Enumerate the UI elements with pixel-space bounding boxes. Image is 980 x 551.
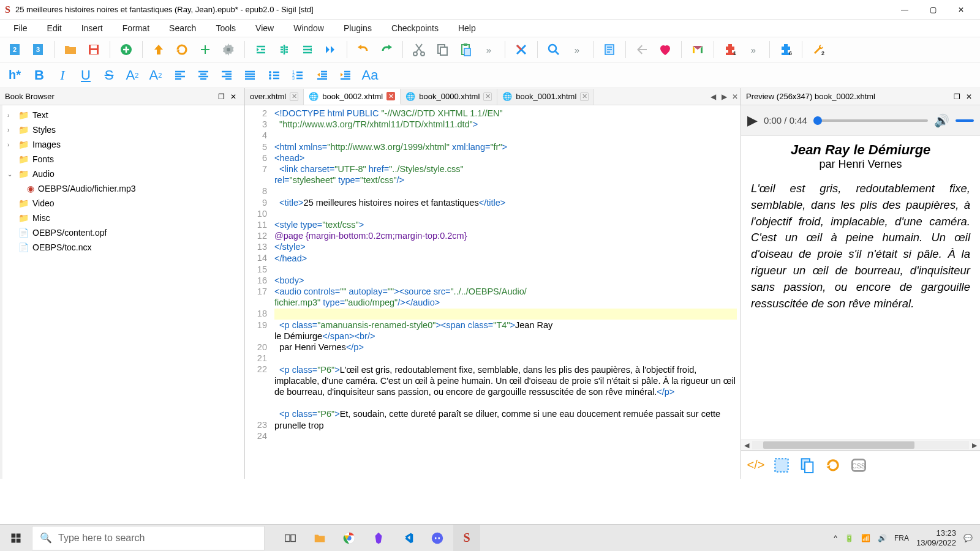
scroll-right-icon[interactable]: ▶ [969, 441, 980, 449]
align-right-button[interactable] [216, 64, 238, 86]
case-button[interactable]: Aa [359, 64, 381, 86]
sound-icon[interactable]: 🔊 [878, 534, 887, 542]
preview-hscroll[interactable]: ◀ ▶ [741, 440, 980, 451]
align-left-button[interactable] [169, 64, 191, 86]
obsidian-icon[interactable] [365, 525, 392, 552]
open-button[interactable] [59, 39, 81, 61]
code-body[interactable]: <!DOCTYPE html PUBLIC "-//W3C//DTD XHTML… [271, 105, 741, 479]
align-center-button[interactable] [192, 64, 214, 86]
menu-insert[interactable]: Insert [73, 21, 111, 36]
arrow-up-icon[interactable] [148, 39, 170, 61]
tree-item[interactable]: 📄OEBPS/toc.ncx [2, 240, 244, 255]
editor-tab[interactable]: 🌐book_0002.xhtml✕ [304, 89, 401, 105]
expand-icon[interactable]: ⌄ [7, 171, 15, 178]
reload-icon[interactable] [823, 455, 843, 475]
tree-item[interactable]: 📄OEBPS/content.opf [2, 225, 244, 240]
plus-icon[interactable] [194, 39, 216, 61]
refresh-icon[interactable] [171, 39, 193, 61]
strikethrough-button[interactable]: S [98, 64, 120, 86]
editor-tab[interactable]: 🌐book_0000.xhtml✕ [401, 89, 497, 105]
close-window-button[interactable]: ✕ [947, 0, 975, 20]
menu-checkpoints[interactable]: Checkpoints [383, 21, 447, 36]
editor-tab[interactable]: over.xhtml✕ [245, 89, 304, 105]
expand-icon[interactable]: › [7, 141, 15, 148]
heading-dropdown[interactable]: h* [4, 64, 26, 86]
menu-search[interactable]: Search [160, 21, 205, 36]
book-browser-tree[interactable]: ›📁Text›📁Styles›📁Images📁Fonts⌄📁Audio◉OEBP… [0, 105, 244, 479]
play-icon[interactable]: ▶ [747, 113, 758, 129]
tree-item[interactable]: ›📁Images [2, 137, 244, 152]
tab-close-icon[interactable]: ✕ [580, 92, 589, 101]
tray-chevron-icon[interactable]: ^ [834, 534, 837, 542]
menu-file[interactable]: File [5, 21, 36, 36]
close-preview-icon[interactable]: ✕ [963, 91, 975, 103]
epub3-button[interactable]: 3 [27, 39, 49, 61]
indent-left-icon[interactable] [250, 39, 272, 61]
fast-forward-icon[interactable] [320, 39, 342, 61]
italic-button[interactable]: I [51, 64, 74, 86]
split-icon[interactable] [273, 39, 295, 61]
file-explorer-icon[interactable] [306, 525, 333, 552]
align-justify-button[interactable] [239, 64, 261, 86]
notifications-icon[interactable]: 💬 [963, 534, 973, 542]
start-button[interactable] [0, 525, 32, 552]
back-arrow-icon[interactable] [631, 39, 653, 61]
minimize-button[interactable]: — [891, 0, 919, 20]
heart-icon[interactable] [654, 39, 676, 61]
vscode-icon[interactable] [394, 525, 421, 552]
maximize-button[interactable]: ▢ [919, 0, 947, 20]
overflow-icon-2[interactable]: » [566, 39, 588, 61]
redo-icon[interactable] [375, 39, 398, 61]
save-button[interactable] [83, 39, 105, 61]
expand-icon[interactable]: › [7, 127, 15, 133]
undo-icon[interactable] [352, 39, 374, 61]
close-panel-icon[interactable]: ✕ [227, 91, 239, 103]
tree-item[interactable]: ◉OEBPS/Audio/fichier.mp3 [2, 181, 244, 196]
css-icon[interactable]: CSS [849, 455, 869, 475]
chrome-icon[interactable] [336, 525, 363, 552]
battery-icon[interactable]: 🔋 [845, 534, 854, 542]
audio-player[interactable]: ▶ 0:00 / 0:44 🔊 [741, 105, 980, 136]
taskbar-search[interactable]: 🔍 Type here to search [32, 526, 265, 550]
overflow-icon-3[interactable]: » [742, 39, 764, 61]
tab-close-all[interactable]: ✕ [729, 89, 741, 105]
task-view-icon[interactable] [277, 525, 304, 552]
plugin-red-icon[interactable]: 1 [719, 39, 741, 61]
menu-window[interactable]: Window [285, 21, 333, 36]
volume-icon[interactable]: 🔊 [934, 113, 949, 128]
language-indicator[interactable]: FRA [894, 534, 909, 542]
paste-icon[interactable] [454, 39, 477, 61]
plugin-wrench-icon[interactable]: 2 [807, 39, 829, 61]
undock-preview-icon[interactable]: ❐ [951, 91, 963, 103]
code-view-icon[interactable]: </> [746, 455, 766, 475]
scroll-thumb[interactable] [763, 441, 915, 449]
subscript-button[interactable]: A2 [121, 64, 143, 86]
copy-icon[interactable] [431, 39, 453, 61]
tab-close-icon[interactable]: ✕ [386, 92, 395, 100]
select-element-icon[interactable] [772, 455, 791, 475]
outdent-button[interactable] [311, 64, 333, 86]
metadata-icon[interactable] [598, 39, 620, 61]
editor-tab[interactable]: 🌐book_0001.xhtml✕ [497, 89, 594, 105]
add-button[interactable] [115, 39, 137, 61]
gmail-icon[interactable] [687, 39, 709, 61]
underline-button[interactable]: U [75, 64, 97, 86]
tree-item[interactable]: 📁Misc [2, 211, 244, 225]
overflow-icon[interactable]: » [478, 39, 500, 61]
audio-seek-track[interactable] [813, 119, 928, 122]
tree-item[interactable]: ›📁Styles [2, 122, 244, 137]
search-icon[interactable] [543, 39, 565, 61]
indent-button[interactable] [334, 64, 356, 86]
bullet-list-button[interactable] [263, 64, 285, 86]
cut-icon[interactable] [408, 39, 430, 61]
seek-thumb[interactable] [813, 116, 822, 125]
numbered-list-button[interactable]: 123 [287, 64, 309, 86]
scroll-track[interactable] [752, 441, 969, 449]
tree-item[interactable]: ⌄📁Audio [2, 167, 244, 181]
sigil-taskbar-icon[interactable]: S [453, 525, 480, 552]
discord-icon[interactable] [424, 525, 451, 552]
gear-icon[interactable] [217, 39, 239, 61]
tab-scroll-right[interactable]: ▶ [718, 89, 729, 105]
tab-scroll-left[interactable]: ◀ [707, 89, 718, 105]
menu-view[interactable]: View [247, 21, 282, 36]
